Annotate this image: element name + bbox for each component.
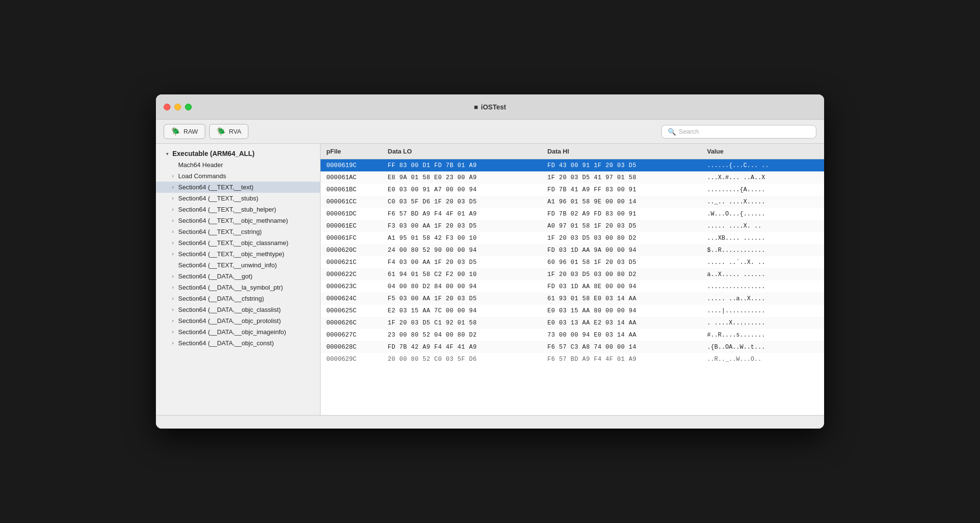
hex-panel: pFile Data LO Data HI Value 0000619CFF 8… [321, 144, 824, 415]
chevron-icon: › [169, 207, 176, 212]
cell-data-hi: FD 43 00 91 1F 20 03 D5 [542, 159, 702, 172]
statusbar [156, 415, 824, 429]
cell-data-lo: 20 00 80 52 C0 03 5F D6 [382, 353, 542, 365]
table-row[interactable]: 000061DCF6 57 BD A9 F4 4F 01 A9FD 7B 02 … [321, 208, 824, 220]
cell-value: ....|........... [701, 305, 824, 317]
minimize-button[interactable] [174, 104, 181, 110]
sidebar-item-section64-text-stubs[interactable]: ›Section64 (__TEXT,__stubs) [156, 193, 320, 204]
cell-value: ......{...C... .. [701, 159, 824, 172]
table-row[interactable]: 000061ECF3 03 00 AA 1F 20 03 D5A0 97 01 … [321, 220, 824, 232]
cell-value: $..R............ [701, 244, 824, 256]
col-value: Value [701, 144, 824, 159]
col-pfile: pFile [321, 144, 382, 159]
cell-addr: 000061CC [321, 196, 382, 208]
table-row[interactable]: 0000628CFD 7B 42 A9 F4 4F 41 A9F6 57 C3 … [321, 341, 824, 353]
sidebar-item-label: Section64 (__DATA,__objc_imageinfo) [178, 328, 286, 336]
sidebar-item-mach64-header[interactable]: Mach64 Header [156, 159, 320, 170]
cell-addr: 0000624C [321, 292, 382, 305]
cell-data-lo: F5 03 00 AA 1F 20 03 D5 [382, 292, 542, 305]
table-row[interactable]: 000061FCA1 95 01 58 42 F3 00 101F 20 03 … [321, 232, 824, 244]
maximize-button[interactable] [185, 104, 192, 110]
sidebar-item-section64-text-stub-helper[interactable]: ›Section64 (__TEXT,__stub_helper) [156, 204, 320, 215]
close-button[interactable] [164, 104, 170, 110]
chevron-icon: › [169, 240, 176, 246]
sidebar-item-label: Executable (ARM64_ALL) [172, 150, 255, 157]
chevron-icon: › [169, 329, 176, 335]
cell-addr: 000061FC [321, 232, 382, 244]
table-row[interactable]: 0000623C04 00 80 D2 84 00 00 94FD 03 1D … [321, 280, 824, 292]
table-row[interactable]: 0000629C20 00 80 52 C0 03 5F D6F6 57 BD … [321, 353, 824, 365]
table-row[interactable]: 0000619CFF 83 00 D1 FD 7B 01 A9FD 43 00 … [321, 159, 824, 172]
table-row[interactable]: 0000622C61 94 01 58 C2 F2 00 101F 20 03 … [321, 268, 824, 280]
table-row[interactable]: 0000626C1F 20 03 D5 C1 92 01 58E0 03 13 … [321, 317, 824, 329]
cell-data-lo: A1 95 01 58 42 F3 00 10 [382, 232, 542, 244]
cell-value: ...XB.... ...... [701, 232, 824, 244]
cell-data-hi: 61 93 01 58 E0 03 14 AA [542, 292, 702, 305]
sidebar-item-section64-data-la-symbol-ptr[interactable]: ›Section64 (__DATA,__la_symbol_ptr) [156, 282, 320, 293]
cell-data-lo: 23 00 80 52 04 00 80 D2 [382, 329, 542, 341]
chevron-icon: › [169, 218, 176, 223]
chevron-icon: › [169, 318, 176, 323]
sidebar-item-label: Section64 (__DATA,__got) [178, 273, 252, 280]
sidebar-item-section64-data-cfstring[interactable]: ›Section64 (__DATA,__cfstring) [156, 293, 320, 304]
sidebar-item-executable[interactable]: ▾Executable (ARM64_ALL) [156, 148, 320, 159]
search-box: 🔍 [661, 125, 816, 138]
sidebar-item-section64-text-cstring[interactable]: ›Section64 (__TEXT,__cstring) [156, 226, 320, 237]
sidebar-item-section64-text-text[interactable]: ›Section64 (__TEXT,__text) [156, 182, 320, 193]
sidebar-item-section64-data-objc-protolist[interactable]: ›Section64 (__DATA,__objc_protolist) [156, 315, 320, 326]
sidebar-item-load-commands[interactable]: ›Load Commands [156, 170, 320, 182]
cell-data-hi: FD 03 1D AA 9A 00 00 94 [542, 244, 702, 256]
table-row[interactable]: 000061CCC0 03 5F D6 1F 20 03 D5A1 96 01 … [321, 196, 824, 208]
cell-data-hi: A1 96 01 58 9E 00 00 14 [542, 196, 702, 208]
cell-data-lo: E0 03 00 91 A7 00 00 94 [382, 184, 542, 196]
search-input[interactable] [679, 128, 810, 135]
sidebar-item-label: Section64 (__TEXT,__objc_methname) [178, 217, 288, 224]
sidebar-item-label: Section64 (__TEXT,__cstring) [178, 228, 262, 235]
window-title: ■ iOSTest [474, 103, 506, 111]
sidebar-item-label: Section64 (__DATA,__objc_protolist) [178, 317, 281, 324]
sidebar-item-section64-text-unwind-info[interactable]: Section64 (__TEXT,__unwind_info) [156, 260, 320, 271]
table-row[interactable]: 0000621CF4 03 00 AA 1F 20 03 D560 96 01 … [321, 256, 824, 268]
cell-data-hi: 73 00 00 94 E0 03 14 AA [542, 329, 702, 341]
sidebar-item-label: Section64 (__DATA,__objc_const) [178, 339, 274, 347]
cell-addr: 000061EC [321, 220, 382, 232]
table-row[interactable]: 0000624CF5 03 00 AA 1F 20 03 D561 93 01 … [321, 292, 824, 305]
table-row[interactable]: 000061ACE8 9A 01 58 E0 23 00 A91F 20 03 … [321, 171, 824, 184]
cell-data-hi: 1F 20 03 D5 03 00 80 D2 [542, 268, 702, 280]
sidebar-item-label: Section64 (__DATA,__objc_classlist) [178, 306, 281, 313]
search-icon: 🔍 [668, 128, 676, 136]
sidebar-item-section64-text-objc-methname[interactable]: ›Section64 (__TEXT,__objc_methname) [156, 215, 320, 226]
sidebar-item-label: Section64 (__DATA,__la_symbol_ptr) [178, 284, 283, 291]
rva-label: RVA [229, 128, 242, 135]
sidebar-item-section64-text-objc-classname[interactable]: ›Section64 (__TEXT,__objc_classname) [156, 237, 320, 248]
sidebar-item-section64-data-got[interactable]: ›Section64 (__DATA,__got) [156, 271, 320, 282]
cell-data-lo: 24 00 80 52 90 00 00 94 [382, 244, 542, 256]
cell-value: .._.. ....X..... [701, 196, 824, 208]
raw-button[interactable]: 🪲 RAW [164, 124, 205, 139]
cell-addr: 0000625C [321, 305, 382, 317]
cell-addr: 0000619C [321, 159, 382, 172]
cell-data-lo: 04 00 80 D2 84 00 00 94 [382, 280, 542, 292]
chevron-icon: › [169, 251, 176, 257]
sidebar-item-section64-data-objc-imageinfo[interactable]: ›Section64 (__DATA,__objc_imageinfo) [156, 326, 320, 338]
table-row[interactable]: 0000620C24 00 80 52 90 00 00 94FD 03 1D … [321, 244, 824, 256]
sidebar-item-section64-text-objc-methtype[interactable]: ›Section64 (__TEXT,__objc_methtype) [156, 248, 320, 260]
cell-addr: 0000620C [321, 244, 382, 256]
cell-value: ..... ..a..X.... [701, 292, 824, 305]
rva-button[interactable]: 🪲 RVA [209, 124, 249, 139]
cell-data-hi: E0 03 13 AA E2 03 14 AA [542, 317, 702, 329]
cell-value: . ....X......... [701, 317, 824, 329]
cell-value: .........{A..... [701, 184, 824, 196]
sidebar-item-section64-data-objc-classlist[interactable]: ›Section64 (__DATA,__objc_classlist) [156, 304, 320, 315]
sidebar-item-label: Section64 (__TEXT,__unwind_info) [178, 262, 277, 269]
table-row[interactable]: 000061BCE0 03 00 91 A7 00 00 94FD 7B 41 … [321, 184, 824, 196]
chevron-icon: › [169, 185, 176, 190]
sidebar-item-section64-data-objc-const[interactable]: ›Section64 (__DATA,__objc_const) [156, 338, 320, 349]
cell-data-lo: 1F 20 03 D5 C1 92 01 58 [382, 317, 542, 329]
cell-data-hi: E0 03 15 AA 80 00 00 94 [542, 305, 702, 317]
cell-addr: 000061BC [321, 184, 382, 196]
table-row[interactable]: 0000627C23 00 80 52 04 00 80 D273 00 00 … [321, 329, 824, 341]
table-row[interactable]: 0000625CE2 03 15 AA 7C 00 00 94E0 03 15 … [321, 305, 824, 317]
cell-data-hi: A0 97 01 58 1F 20 03 D5 [542, 220, 702, 232]
cell-data-lo: F3 03 00 AA 1F 20 03 D5 [382, 220, 542, 232]
